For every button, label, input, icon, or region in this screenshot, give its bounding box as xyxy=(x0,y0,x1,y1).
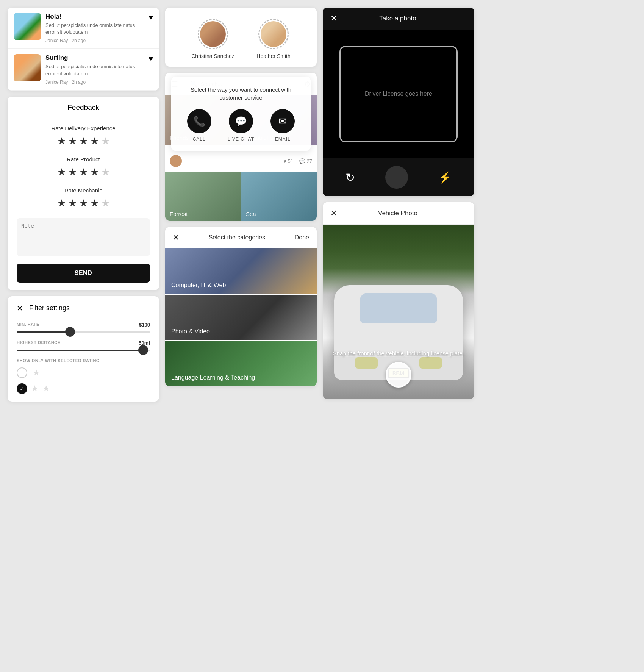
car-light-right xyxy=(419,357,442,369)
favorite-icon-surfing[interactable]: ♥ xyxy=(148,54,153,63)
call-btn-wrap: 📞 CALL xyxy=(187,109,211,142)
comments-count[interactable]: 💬 27 xyxy=(299,158,312,164)
rate-mechanic-label: Rate Mechanic xyxy=(17,187,150,194)
rating-star-option[interactable]: ★ xyxy=(33,368,40,378)
contact-buttons: 📞 CALL 💬 LIVE CHAT ✉ EMAI xyxy=(179,109,303,142)
avatar-ring-christina xyxy=(198,19,228,49)
highest-distance-slider-thumb[interactable] xyxy=(138,345,148,355)
gallery-background: Friends Beautiful Sky Select the way you… xyxy=(165,95,317,151)
rate-product-section: Rate Product ★ ★ ★ ★ ★ xyxy=(8,150,159,181)
rating-radio-checked[interactable] xyxy=(17,383,27,394)
rate-mechanic-stars[interactable]: ★ ★ ★ ★ ★ xyxy=(17,197,150,209)
phone-icon: 📞 xyxy=(193,116,205,127)
min-rate-header: MIN. RATE $100 xyxy=(17,322,150,328)
star-m4[interactable]: ★ xyxy=(90,197,99,209)
gallery-cell-sea[interactable]: Sea xyxy=(241,172,317,221)
gallery-cell-forrest[interactable]: Forrest xyxy=(165,172,241,221)
highest-distance-slider-fill xyxy=(17,350,143,351)
rate-delivery-stars[interactable]: ★ ★ ★ ★ ★ xyxy=(17,135,150,147)
rating-radio-empty[interactable] xyxy=(17,367,27,378)
overlay-title: Select the way you want to connect with … xyxy=(179,86,303,102)
send-button[interactable]: SEND xyxy=(17,264,150,283)
feed-thumb-surfing xyxy=(14,54,41,81)
category-item-comp-it[interactable]: Computer, IT & Web xyxy=(165,248,317,294)
rate-delivery-label: Rate Delivery Experience xyxy=(17,125,150,131)
rotate-icon[interactable]: ↻ xyxy=(345,171,355,184)
rating-options-row1: ★ xyxy=(17,367,150,378)
vehicle-photo-panel: ✕ Vehicle Photo RF14 Snap the front of t… xyxy=(323,202,474,399)
feed-thumb-hola xyxy=(14,13,41,40)
license-title: Take a photo xyxy=(379,15,416,22)
avatar-ring-heather xyxy=(258,19,289,49)
livechat-btn-wrap: 💬 LIVE CHAT xyxy=(228,109,254,142)
star-p1[interactable]: ★ xyxy=(57,166,66,178)
feed-meta-surfing: Janice Ray 2h ago xyxy=(45,80,144,85)
feed-desc-surfing: Sed ut perspiciatis unde omnis iste natu… xyxy=(45,63,144,77)
avatar-heather xyxy=(261,21,286,47)
video-header-row: Christina Sanchez Heather Smith xyxy=(165,8,317,67)
rate-delivery-section: Rate Delivery Experience ★ ★ ★ ★ ★ xyxy=(8,119,159,150)
social-post-row: ♥ 51 💬 27 xyxy=(165,151,317,171)
min-rate-slider-fill xyxy=(17,331,70,333)
highest-distance-label: HIGHEST DISTANCE xyxy=(17,340,60,346)
star-m3[interactable]: ★ xyxy=(79,197,88,209)
contact-overlay: Select the way you want to connect with … xyxy=(171,77,311,151)
min-rate-row: MIN. RATE $100 xyxy=(17,322,150,333)
categories-close-icon[interactable]: ✕ xyxy=(173,233,179,242)
categories-done-button[interactable]: Done xyxy=(295,234,309,241)
filter-title: Filter settings xyxy=(29,304,70,312)
person-name-heather: Heather Smith xyxy=(256,53,290,59)
rate-product-stars[interactable]: ★ ★ ★ ★ ★ xyxy=(17,166,150,178)
star-m1[interactable]: ★ xyxy=(57,197,66,209)
vehicle-photo-area: RF14 Snap the front of the vehicle, incl… xyxy=(323,225,474,399)
star-p2[interactable]: ★ xyxy=(68,166,77,178)
categories-title: Select the categories xyxy=(209,234,265,241)
star-m2[interactable]: ★ xyxy=(68,197,77,209)
vehicle-snap-text: Snap the front of the vehicle, including… xyxy=(323,349,474,357)
star-5[interactable]: ★ xyxy=(101,135,110,147)
feedback-panel: Feedback Rate Delivery Experience ★ ★ ★ … xyxy=(8,97,159,290)
rating-stars-row2: ★ ★ xyxy=(17,383,150,394)
license-controls: ↻ ⚡ xyxy=(323,158,474,196)
vehicle-title: Vehicle Photo xyxy=(378,209,417,217)
star-m5[interactable]: ★ xyxy=(101,197,110,209)
star-4[interactable]: ★ xyxy=(90,135,99,147)
gallery-grid-bottom: Forrest Sea xyxy=(165,172,317,221)
star-1[interactable]: ★ xyxy=(57,135,66,147)
license-placeholder-text: Driver License goes here xyxy=(365,91,432,97)
license-camera-area: Driver License goes here xyxy=(323,30,474,158)
star-p3[interactable]: ★ xyxy=(79,166,88,178)
license-close-icon[interactable]: ✕ xyxy=(330,14,337,23)
livechat-button[interactable]: 💬 xyxy=(229,109,253,133)
flash-icon[interactable]: ⚡ xyxy=(438,171,452,184)
favorite-icon-hola[interactable]: ♥ xyxy=(148,13,153,22)
capture-button[interactable] xyxy=(385,166,408,189)
vehicle-close-icon[interactable]: ✕ xyxy=(330,208,337,218)
post-avatar xyxy=(170,155,182,167)
vehicle-capture-button[interactable] xyxy=(386,362,411,388)
min-rate-slider-track[interactable] xyxy=(17,331,150,333)
min-rate-slider-thumb[interactable] xyxy=(65,327,75,337)
call-button[interactable]: 📞 xyxy=(187,109,211,133)
feed-item-hola[interactable]: Hola! Sed ut perspiciatis unde omnis ist… xyxy=(8,8,159,49)
feed-item-surfing[interactable]: Surfing Sed ut perspiciatis unde omnis i… xyxy=(8,49,159,90)
car-windshield xyxy=(360,293,437,323)
category-item-lang-learn[interactable]: Language Learning & Teaching xyxy=(165,341,317,386)
email-button[interactable]: ✉ xyxy=(270,109,295,133)
likes-count[interactable]: ♥ 51 xyxy=(283,158,293,164)
rating-star-2[interactable]: ★ xyxy=(42,384,50,394)
note-input[interactable] xyxy=(17,218,150,256)
highest-distance-slider-track[interactable] xyxy=(17,350,150,351)
category-item-photo-video[interactable]: Photo & Video xyxy=(165,295,317,340)
feed-content-surfing: Surfing Sed ut perspiciatis unde omnis i… xyxy=(45,54,144,84)
star-2[interactable]: ★ xyxy=(68,135,77,147)
star-p4[interactable]: ★ xyxy=(90,166,99,178)
highest-distance-row: HIGHEST DISTANCE 50ml xyxy=(17,340,150,351)
avatar-christina xyxy=(200,21,226,47)
contact-service-panel: ☰ 🔍 ⚙ Friends Beautiful Sky Select the w… xyxy=(165,73,317,221)
feedback-header: Feedback xyxy=(8,97,159,119)
star-p5[interactable]: ★ xyxy=(101,166,110,178)
filter-close-icon[interactable]: ✕ xyxy=(17,304,23,313)
star-3[interactable]: ★ xyxy=(79,135,88,147)
rating-star-1[interactable]: ★ xyxy=(31,384,39,394)
